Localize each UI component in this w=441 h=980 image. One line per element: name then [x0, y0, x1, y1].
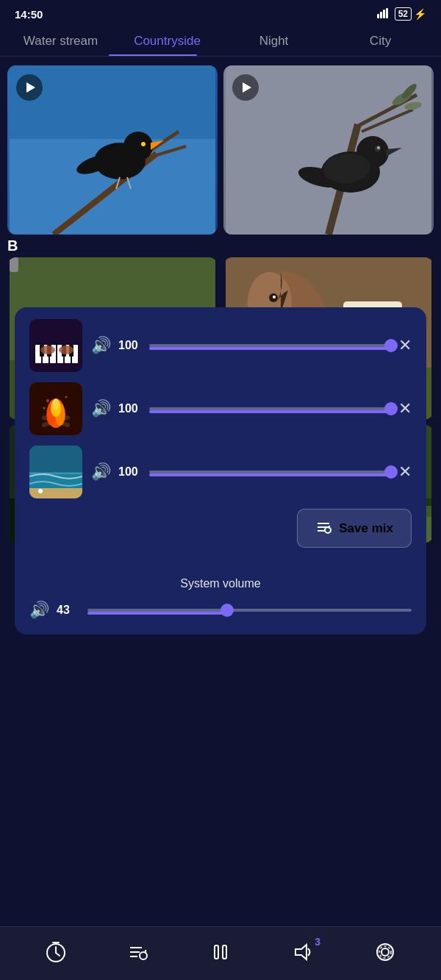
- save-mix-icon: [315, 518, 331, 538]
- svg-rect-1: [380, 12, 382, 18]
- crow-card[interactable]: [223, 65, 434, 235]
- svg-line-95: [56, 953, 60, 956]
- svg-rect-102: [215, 945, 218, 959]
- svg-rect-2: [383, 10, 385, 18]
- nav-settings[interactable]: [370, 937, 400, 967]
- svg-rect-0: [377, 14, 379, 18]
- nav-pause[interactable]: [206, 937, 235, 967]
- volume-slider-piano[interactable]: [149, 344, 391, 347]
- svg-point-69: [40, 346, 55, 354]
- tab-bar: Water stream Countryside Night City: [0, 25, 441, 57]
- svg-rect-5: [10, 65, 215, 139]
- charging-icon: ⚡: [414, 8, 426, 20]
- svg-point-70: [59, 346, 74, 354]
- mix-row-fire: 🔊 100 ✕: [29, 382, 412, 435]
- status-time: 14:50: [15, 8, 43, 21]
- mix-overlay: 🔊 100 ✕: [15, 307, 426, 634]
- top-cards: [0, 57, 441, 235]
- system-volume-icon: 🔊: [29, 601, 49, 620]
- svg-point-81: [43, 407, 46, 409]
- system-volume-row: 🔊 43: [29, 601, 412, 620]
- play-button-crow[interactable]: [232, 74, 259, 101]
- save-mix-button[interactable]: Save mix: [297, 509, 412, 548]
- svg-point-12: [141, 142, 146, 146]
- tab-indicator: [109, 54, 197, 56]
- close-btn-piano[interactable]: ✕: [398, 336, 412, 355]
- volume-num-beach: 100: [118, 465, 142, 479]
- volume-icon-beach: 🔊: [91, 462, 111, 482]
- svg-point-105: [381, 948, 389, 956]
- svg-rect-3: [386, 8, 388, 18]
- mix-controls-fire: 🔊 100 ✕: [91, 399, 412, 418]
- mix-thumb-fire: [29, 382, 82, 435]
- tab-water-stream[interactable]: Water stream: [7, 25, 114, 56]
- status-icons: 52 ⚡: [377, 7, 426, 21]
- volume-slider-fire[interactable]: [149, 407, 391, 410]
- mix-thumb-beach: [29, 446, 82, 498]
- mix-row-piano: 🔊 100 ✕: [29, 319, 412, 372]
- play-button-blackbird[interactable]: [16, 74, 43, 101]
- signal-icon: [377, 8, 390, 21]
- nav-playlist[interactable]: [123, 937, 153, 967]
- nav-timer[interactable]: [41, 937, 71, 967]
- tab-countryside[interactable]: Countryside: [114, 25, 220, 56]
- tab-night[interactable]: Night: [220, 25, 327, 56]
- svg-rect-85: [29, 488, 82, 498]
- system-volume-num: 43: [57, 604, 80, 617]
- bottom-nav: 3: [0, 926, 441, 980]
- svg-rect-34: [10, 257, 18, 272]
- volume-num-fire: 100: [118, 402, 142, 415]
- svg-point-86: [38, 489, 43, 493]
- svg-point-80: [65, 396, 68, 398]
- mix-row-beach: 🔊 100 ✕: [29, 446, 412, 498]
- volume-icon-fire: 🔊: [91, 399, 111, 418]
- system-volume-slider[interactable]: [87, 609, 412, 612]
- system-volume-label: System volume: [29, 577, 412, 590]
- close-btn-beach[interactable]: ✕: [398, 462, 412, 482]
- mix-controls-beach: 🔊 100 ✕: [91, 462, 412, 482]
- save-mix-label: Save mix: [339, 521, 393, 536]
- svg-point-27: [377, 146, 380, 149]
- svg-rect-83: [29, 446, 82, 472]
- mix-controls-piano: 🔊 100 ✕: [91, 336, 412, 355]
- system-volume-section: System volume 🔊 43: [29, 571, 412, 620]
- volume-icon-piano: 🔊: [91, 336, 111, 355]
- svg-rect-103: [223, 945, 226, 959]
- blackbird-card[interactable]: [7, 65, 218, 235]
- status-bar: 14:50 52 ⚡: [0, 0, 441, 25]
- volume-badge: 3: [315, 936, 320, 948]
- mix-thumb-piano: [29, 319, 82, 372]
- volume-slider-beach[interactable]: [149, 471, 391, 473]
- close-btn-fire[interactable]: ✕: [398, 399, 412, 418]
- svg-marker-104: [295, 945, 306, 959]
- svg-point-48: [273, 296, 276, 298]
- nav-volume[interactable]: 3: [288, 937, 318, 967]
- section-label-b: B: [0, 235, 441, 257]
- svg-point-10: [123, 132, 153, 161]
- volume-num-piano: 100: [118, 339, 142, 352]
- svg-point-78: [53, 398, 59, 410]
- battery-level: 52: [395, 7, 412, 21]
- svg-point-79: [46, 399, 49, 402]
- tab-city[interactable]: City: [327, 25, 434, 56]
- battery-icon: 52 ⚡: [395, 7, 426, 21]
